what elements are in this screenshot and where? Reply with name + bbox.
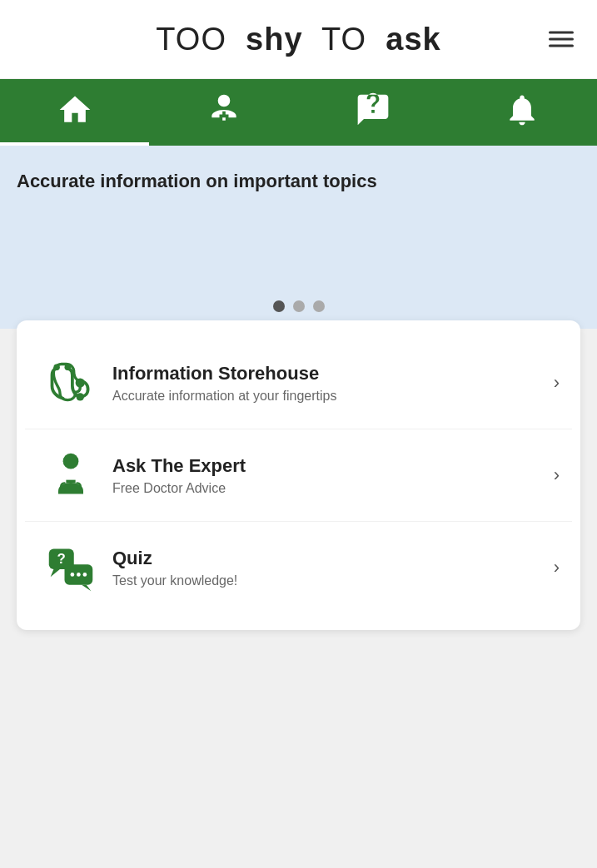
- card-quiz[interactable]: ? Quiz Test your knowledge! ›: [25, 522, 572, 613]
- quiz-bubble-icon: ?: [46, 543, 96, 593]
- svg-point-3: [77, 393, 84, 400]
- app-title: TOO shy TO ask: [156, 22, 440, 57]
- svg-point-14: [83, 573, 87, 577]
- cards-section: Information Storehouse Accurate informat…: [17, 320, 580, 630]
- menu-button[interactable]: [542, 25, 580, 54]
- card-expert-subtitle: Free Doctor Advice: [112, 481, 545, 496]
- card-information-subtitle: Accurate information at your fingertips: [112, 389, 545, 404]
- title-too: TOO: [156, 22, 226, 57]
- svg-point-13: [77, 573, 81, 577]
- title-shy: shy: [246, 22, 302, 57]
- stethoscope-icon-wrap: [37, 358, 104, 408]
- title-ask: ask: [386, 22, 440, 57]
- svg-rect-5: [66, 480, 75, 484]
- svg-point-6: [61, 488, 66, 493]
- title-to: TO: [321, 22, 366, 57]
- svg-marker-8: [51, 569, 60, 577]
- card-information-content: Information Storehouse Accurate informat…: [104, 363, 545, 404]
- card-quiz-title: Quiz: [112, 548, 545, 569]
- slideshow-dots: [17, 275, 580, 312]
- card-information-title: Information Storehouse: [112, 363, 545, 384]
- nav-qa[interactable]: [299, 79, 448, 146]
- nav-doctor[interactable]: [149, 79, 298, 146]
- slideshow-text: Accurate information on important topics: [17, 171, 580, 192]
- card-quiz-arrow: ›: [545, 557, 560, 578]
- bottom-navbar: [0, 79, 597, 146]
- card-information-arrow: ›: [545, 372, 560, 394]
- menu-line-2: [549, 38, 574, 41]
- qa-icon: [355, 92, 391, 133]
- menu-line-1: [549, 32, 574, 34]
- nav-notifications[interactable]: [448, 79, 597, 146]
- quiz-icon-wrap: ?: [37, 543, 104, 593]
- svg-marker-11: [82, 585, 91, 592]
- doctor-person-icon: [46, 450, 96, 500]
- card-quiz-content: Quiz Test your knowledge!: [104, 548, 545, 588]
- svg-point-12: [71, 573, 75, 577]
- bell-icon: [504, 92, 540, 133]
- card-expert-title: Ask The Expert: [112, 455, 545, 477]
- card-ask-expert[interactable]: Ask The Expert Free Doctor Advice ›: [25, 429, 572, 522]
- svg-point-4: [63, 454, 79, 469]
- nav-home[interactable]: [0, 79, 149, 146]
- doctor-person-icon-wrap: [37, 450, 104, 500]
- card-quiz-subtitle: Test your knowledge!: [112, 573, 545, 588]
- menu-line-3: [549, 45, 574, 47]
- svg-point-1: [53, 365, 60, 371]
- doctor-icon: [206, 92, 242, 133]
- dot-2[interactable]: [293, 300, 305, 312]
- card-expert-content: Ask The Expert Free Doctor Advice: [104, 455, 545, 496]
- stethoscope-icon: [46, 358, 96, 408]
- slideshow-section: Accurate information on important topics: [0, 146, 597, 329]
- app-header: TOO shy TO ask: [0, 0, 597, 79]
- svg-point-2: [65, 365, 72, 371]
- home-icon: [57, 92, 93, 133]
- dot-1[interactable]: [273, 300, 285, 312]
- dot-3[interactable]: [313, 300, 325, 312]
- card-information-storehouse[interactable]: Information Storehouse Accurate informat…: [25, 337, 572, 429]
- svg-text:?: ?: [57, 551, 66, 567]
- card-expert-arrow: ›: [545, 464, 560, 486]
